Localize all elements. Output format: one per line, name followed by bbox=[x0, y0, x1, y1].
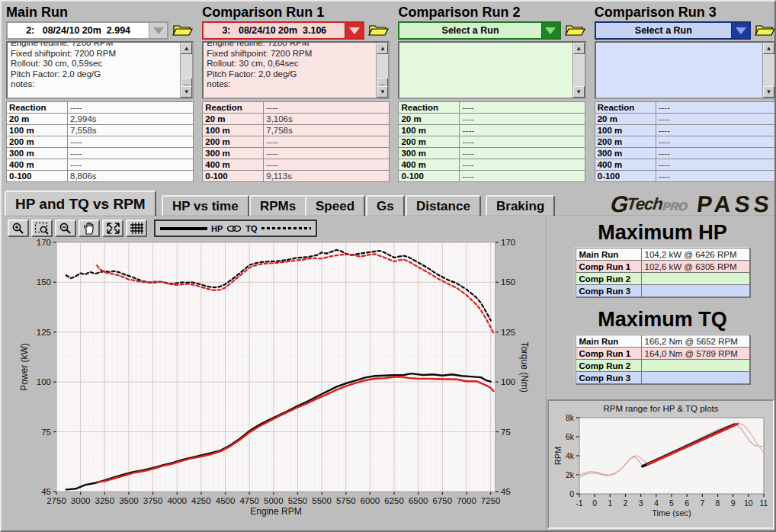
maximum-hp-table: Main Run104,2 kW @ 6426 RPM Comp Run 110… bbox=[576, 248, 750, 297]
scroll-up-icon[interactable]: ▲ bbox=[377, 43, 388, 54]
table-row: Comp Run 1102,6 kW @ 6305 RPM bbox=[576, 261, 749, 273]
rpm-range-chart-title: RPM range for HP & TQ plots bbox=[549, 404, 773, 413]
table-row: 20 m---- bbox=[595, 114, 775, 125]
max-row-value bbox=[641, 372, 749, 384]
tab-hp-vs-time[interactable]: HP vs time bbox=[162, 195, 249, 216]
svg-text:-1: -1 bbox=[576, 498, 582, 508]
main-run-panel: Main Run 2: 08/24/10 20m 2.994 Engine re… bbox=[5, 3, 194, 191]
result-value: ---- bbox=[656, 136, 775, 148]
svg-text:7250: 7250 bbox=[481, 496, 501, 505]
svg-text:2: 2 bbox=[624, 498, 628, 508]
main-run-dropdown-button[interactable] bbox=[149, 23, 167, 38]
comparison-run-3-selector[interactable]: Select a Run bbox=[595, 21, 751, 40]
comparison-run-3-dropdown-button[interactable] bbox=[731, 23, 749, 38]
scroll-down-icon[interactable]: ▼ bbox=[573, 86, 585, 98]
scroll-down-icon[interactable]: ▼ bbox=[763, 86, 774, 98]
svg-text:100: 100 bbox=[501, 377, 515, 386]
tab-speed[interactable]: Speed bbox=[305, 195, 365, 216]
scroll-up-icon[interactable]: ▲ bbox=[763, 43, 774, 54]
svg-text:125: 125 bbox=[37, 328, 51, 337]
result-label: 400 m bbox=[203, 159, 264, 171]
main-run-selector[interactable]: 2: 08/24/10 20m 2.994 bbox=[6, 21, 168, 40]
main-run-title: Main Run bbox=[5, 3, 194, 21]
main-run-results-table: Reaction---- 20 m2,994s 100 m7,558s 200 … bbox=[6, 101, 194, 182]
scrollbar[interactable]: ▲ ▼ bbox=[762, 43, 774, 98]
gtech-pro-pass-logo: GTechPROPASS bbox=[609, 192, 774, 216]
fit-view-button[interactable] bbox=[102, 220, 123, 237]
table-row: 300 m---- bbox=[7, 148, 194, 159]
svg-text:45: 45 bbox=[41, 487, 51, 496]
table-row: 300 m---- bbox=[203, 148, 390, 159]
rpm-range-chart[interactable]: -10123456789101102k4k6k8kTime (sec)RPM bbox=[549, 413, 771, 526]
main-run-open-file-button[interactable] bbox=[171, 21, 194, 40]
comparison-run-2-info-box[interactable]: ▲ ▼ bbox=[398, 41, 585, 99]
zoom-to-selection-button[interactable] bbox=[31, 220, 53, 237]
max-row-label: Comp Run 1 bbox=[576, 261, 641, 273]
table-row: Reaction---- bbox=[595, 102, 775, 114]
result-label: 300 m bbox=[203, 148, 264, 159]
result-value: 7,758s bbox=[264, 125, 390, 136]
comparison-run-2-results-table: Reaction---- 20 m---- 100 m---- 200 m---… bbox=[398, 101, 585, 182]
scroll-down-icon[interactable]: ▼ bbox=[181, 86, 192, 98]
result-label: 400 m bbox=[7, 159, 68, 171]
hand-icon bbox=[82, 222, 96, 235]
zoom-out-button[interactable] bbox=[55, 220, 76, 237]
scrollbar[interactable]: ▲ ▼ bbox=[572, 43, 585, 98]
result-value: ---- bbox=[264, 148, 390, 159]
comparison-run-2-selector[interactable]: Select a Run bbox=[398, 21, 560, 40]
comparison-run-3-open-file-button[interactable] bbox=[753, 21, 776, 40]
svg-text:5: 5 bbox=[669, 498, 674, 508]
result-value: ---- bbox=[656, 125, 775, 136]
folder-icon bbox=[172, 22, 193, 37]
tab-gs[interactable]: Gs bbox=[366, 195, 405, 216]
max-row-value bbox=[641, 360, 749, 372]
maximum-tq-table: Main Run166,2 Nm @ 5652 RPM Comp Run 116… bbox=[576, 335, 750, 384]
comparison-run-1-dropdown-button[interactable] bbox=[345, 23, 363, 38]
table-row: 400 m---- bbox=[203, 159, 390, 171]
comparison-run-1-open-file-button[interactable] bbox=[367, 21, 390, 40]
comparison-run-2-open-file-button[interactable] bbox=[563, 21, 586, 40]
scroll-up-icon[interactable]: ▲ bbox=[181, 43, 192, 54]
info-line: Pitch Factor: 2,0 deg/G bbox=[207, 69, 388, 80]
chevron-down-icon bbox=[153, 27, 164, 34]
result-value: 2,994s bbox=[68, 114, 194, 125]
scroll-up-icon[interactable]: ▲ bbox=[573, 43, 585, 54]
tq-legend-line bbox=[261, 227, 311, 229]
plot-legend[interactable]: HP TQ bbox=[154, 220, 317, 237]
hp-tq-chart[interactable]: 2750300032503500375040004250450047505000… bbox=[2, 236, 546, 527]
comparison-run-3-title: Comparison Run 3 bbox=[593, 3, 776, 21]
pan-button[interactable] bbox=[79, 220, 100, 237]
resize-arrows-icon bbox=[106, 222, 120, 235]
main-run-info-box[interactable]: Engine redline: 7200 RPM Fixed shiftpoin… bbox=[6, 41, 194, 99]
svg-text:Torque (Nm): Torque (Nm) bbox=[519, 341, 530, 393]
table-row: 0-100---- bbox=[399, 171, 585, 182]
comparison-run-2-dropdown-button[interactable] bbox=[541, 23, 560, 38]
table-row: 20 m2,994s bbox=[7, 114, 194, 125]
tab-hp-and-tq-vs-rpm[interactable]: HP and TQ vs RPM bbox=[5, 191, 156, 216]
table-row: Reaction---- bbox=[203, 102, 390, 114]
svg-text:0: 0 bbox=[569, 489, 574, 498]
table-row: 400 m---- bbox=[399, 159, 585, 171]
scrollbar[interactable]: ▲ ▼ bbox=[376, 43, 388, 98]
result-value: ---- bbox=[460, 114, 585, 125]
scrollbar[interactable]: ▲ ▼ bbox=[180, 43, 192, 98]
result-label: 0-100 bbox=[7, 171, 68, 182]
chevron-down-icon bbox=[349, 27, 360, 34]
svg-text:11: 11 bbox=[760, 498, 768, 508]
comparison-run-1-selector[interactable]: 3: 08/24/10 20m 3.106 bbox=[202, 21, 364, 40]
svg-text:45: 45 bbox=[501, 487, 511, 496]
result-label: 400 m bbox=[595, 159, 656, 171]
zoom-in-button[interactable] bbox=[8, 220, 29, 237]
svg-text:Time (sec): Time (sec) bbox=[652, 508, 691, 518]
result-label: 100 m bbox=[595, 125, 656, 136]
svg-text:4: 4 bbox=[654, 498, 659, 508]
grid-toggle-button[interactable] bbox=[126, 220, 147, 237]
tab-rpms[interactable]: RPMs bbox=[249, 195, 306, 216]
tab-braking[interactable]: Braking bbox=[486, 195, 555, 216]
tab-distance[interactable]: Distance bbox=[406, 195, 481, 216]
result-value: ---- bbox=[264, 102, 390, 114]
comparison-run-1-info-box[interactable]: Engine redline: 7200 RPM Fixed shiftpoin… bbox=[202, 41, 390, 99]
comparison-run-3-info-box[interactable]: ▲ ▼ bbox=[595, 41, 776, 99]
scroll-down-icon[interactable]: ▼ bbox=[377, 86, 388, 98]
info-line: notes: bbox=[207, 79, 388, 90]
